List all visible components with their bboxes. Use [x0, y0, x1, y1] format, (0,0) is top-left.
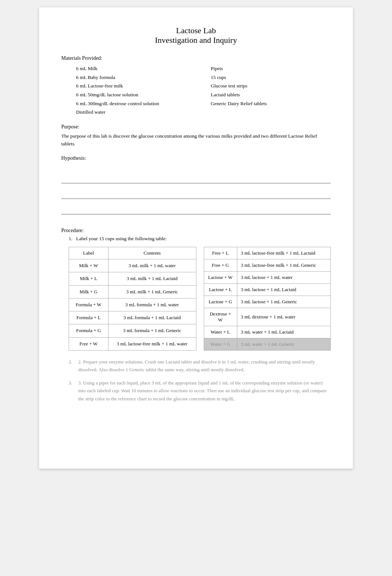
mat-item-6: Distilled water	[76, 108, 196, 117]
materials-col1: 6 mL Milk 6 mL Baby formula 6 mL Lactose…	[76, 64, 196, 117]
table-row: Dextrose + W 3 mL dextrose + 1 mL water	[204, 308, 331, 326]
procedure-section: Procedure: 1. Label your 15 cups using t…	[61, 228, 331, 403]
row-contents: 3 mL milk + 1 mL Lactaid	[108, 272, 196, 285]
col-header-contents: Contents	[108, 247, 196, 259]
row-label: Formula + W	[69, 298, 109, 311]
row-label: Lactose + G	[204, 296, 237, 308]
row-contents: 3 mL formula + 1 mL Lactaid	[108, 311, 196, 324]
title-line2: Investigation and Inquiry	[61, 35, 331, 45]
table-row-shaded: Water + G 3 mL water + 1 mL Generic	[204, 338, 331, 350]
mat-item-8: 15 cups	[211, 73, 331, 82]
table-row: Formula + L 3 mL formula + 1 mL Lactaid	[69, 311, 196, 324]
table-row: Lactose + W 3 mL lactose + 1 mL water	[204, 271, 331, 283]
title-line1: Lactose Lab	[61, 26, 331, 35]
row-label: Water + G	[204, 338, 237, 350]
hypothesis-line-1	[61, 172, 331, 183]
mat-item-4: 6 mL 50mg/dL lactose solution	[76, 90, 196, 99]
row-label: Lactose + L	[204, 283, 237, 296]
row-contents: 3 mL dextrose + 1 mL water	[237, 308, 331, 326]
step-3: 3. 3. Using a pipet for each liquid, pla…	[69, 379, 331, 403]
row-contents: 3 mL water + 1 mL Lactaid	[237, 326, 331, 338]
row-contents: 3 mL lactose + 1 mL water	[237, 271, 331, 283]
table-row: Milk + G 3 mL milk + 1 mL Generic	[69, 285, 196, 298]
hypothesis-label: Hypothesis:	[61, 155, 331, 161]
row-label: Lactose + W	[204, 271, 237, 283]
purpose-section: Purpose: The purpose of this lab is disc…	[61, 124, 331, 148]
hypothesis-line-3	[61, 203, 331, 214]
row-label: Milk + W	[69, 259, 109, 272]
materials-col2: Pipets 15 cups Glucose test strips Lacta…	[211, 64, 331, 117]
step-2: 2. 2. Prepare your enzyme solutions. Cru…	[69, 358, 331, 374]
table-row: Formula + G 3 mL formula + 1 mL Generic	[69, 324, 196, 337]
materials-section: Materials Provided: 6 mL Milk 6 mL Baby …	[61, 55, 331, 117]
purpose-label: Purpose:	[61, 124, 331, 130]
hypothesis-section: Hypothesis:	[61, 155, 331, 214]
mat-item-11: Generic Dairy Relief tablets	[211, 99, 331, 108]
row-contents: 3 mL lactose + 1 mL Lactaid	[237, 283, 331, 296]
col-header-label: Label	[69, 247, 109, 259]
purpose-text: The purpose of this lab is discover the …	[61, 132, 331, 148]
row-label: Milk + L	[69, 272, 109, 285]
row-label: Water + L	[204, 326, 237, 338]
additional-steps: 2. 2. Prepare your enzyme solutions. Cru…	[69, 358, 331, 403]
right-cups-table: Free + L 3 mL lactose-free milk + 1 mL L…	[204, 247, 331, 351]
table-row: Water + L 3 mL water + 1 mL Lactaid	[204, 326, 331, 338]
procedure-label: Procedure:	[61, 228, 331, 234]
row-contents: 3 mL lactose-free milk + 1 mL Generic	[237, 259, 331, 271]
step-3-num: 3.	[69, 379, 75, 403]
materials-label: Materials Provided:	[61, 55, 331, 61]
row-contents: 3 mL milk + 1 mL Generic	[108, 285, 196, 298]
title-block: Lactose Lab Investigation and Inquiry	[61, 26, 331, 45]
mat-item-10: Lactaid tablets	[211, 90, 331, 99]
page: Lactose Lab Investigation and Inquiry Ma…	[39, 7, 353, 469]
left-cups-table: Label Contents Milk + W 3 mL milk + 1 mL…	[69, 247, 196, 351]
row-contents: 3 mL formula + 1 mL water	[108, 298, 196, 311]
step-3-text: 3. Using a pipet for each liquid, place …	[78, 379, 331, 403]
procedure-step-1: 1. Label your 15 cups using the followin…	[69, 236, 331, 242]
mat-item-2: 6 mL Baby formula	[76, 73, 196, 82]
row-label: Milk + G	[69, 285, 109, 298]
row-contents: 3 mL formula + 1 mL Generic	[108, 324, 196, 337]
mat-item-9: Glucose test strips	[211, 82, 331, 90]
row-label: Free + L	[204, 247, 237, 259]
row-contents: 3 mL lactose + 1 mL Generic	[237, 296, 331, 308]
mat-item-1: 6 mL Milk	[76, 64, 196, 73]
table-row: Formula + W 3 mL formula + 1 mL water	[69, 298, 196, 311]
step1-text: 1. Label your 15 cups using the followin…	[69, 236, 167, 241]
row-label: Formula + G	[69, 324, 109, 337]
row-label: Formula + L	[69, 311, 109, 324]
table-row: Free + L 3 mL lactose-free milk + 1 mL L…	[204, 247, 331, 259]
step-2-text: 2. Prepare your enzyme solutions. Crush …	[78, 358, 331, 374]
cups-table-container: Label Contents Milk + W 3 mL milk + 1 mL…	[69, 247, 331, 351]
row-contents: 3 mL milk + 1 mL water	[108, 259, 196, 272]
right-table-container: Free + L 3 mL lactose-free milk + 1 mL L…	[204, 247, 331, 351]
table-row: Milk + W 3 mL milk + 1 mL water	[69, 259, 196, 272]
materials-columns: 6 mL Milk 6 mL Baby formula 6 mL Lactose…	[61, 64, 331, 117]
table-row: Lactose + L 3 mL lactose + 1 mL Lactaid	[204, 283, 331, 296]
table-row: Free + G 3 mL lactose-free milk + 1 mL G…	[204, 259, 331, 271]
hypothesis-lines	[61, 172, 331, 214]
mat-item-7: Pipets	[211, 64, 331, 73]
row-label: Dextrose + W	[204, 308, 237, 326]
row-label: Free + W	[69, 337, 109, 350]
row-contents: 3 mL water + 1 mL Generic	[237, 338, 331, 350]
row-label: Free + G	[204, 259, 237, 271]
mat-item-5: 6 mL 300mg/dL dextrose control solution	[76, 99, 196, 108]
hypothesis-line-2	[61, 188, 331, 199]
step-2-num: 2.	[69, 358, 75, 374]
row-contents: 3 mL lactose-free milk + 1 mL Lactaid	[237, 247, 331, 259]
row-contents: 3 mL lactose-free milk + 1 mL water	[108, 337, 196, 350]
table-row: Lactose + G 3 mL lactose + 1 mL Generic	[204, 296, 331, 308]
table-row: Free + W 3 mL lactose-free milk + 1 mL w…	[69, 337, 196, 350]
mat-item-3: 6 mL Lactose-free milk	[76, 82, 196, 90]
table-row: Milk + L 3 mL milk + 1 mL Lactaid	[69, 272, 196, 285]
